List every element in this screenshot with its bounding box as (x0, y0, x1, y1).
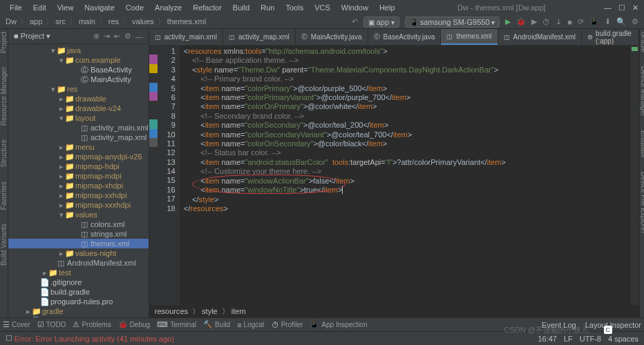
tree-node[interactable]: ◫themes.xml (8, 239, 149, 248)
crumb[interactable]: res (108, 17, 119, 26)
tree-node[interactable]: ◫strings.xml (8, 229, 149, 239)
collapse-icon[interactable]: ⇤ (114, 32, 120, 41)
tree-node[interactable]: ▸📁mipmap-hdpi (8, 161, 149, 171)
breadcrumbs[interactable]: Dw〉app〉src〉main〉res〉values〉themes.xml (6, 17, 207, 27)
code-editor[interactable]: 123456789101112131415161718 <resources x… (149, 46, 639, 305)
settings-icon[interactable]: ⚙ (632, 17, 638, 26)
search-icon[interactable]: 🔍 (616, 17, 626, 26)
tree-node[interactable]: ▾📁values (8, 210, 149, 219)
close-icon[interactable]: ✕ (632, 3, 638, 12)
crumb[interactable]: app (30, 17, 42, 26)
tree-node[interactable]: ▸📁drawable-v24 (8, 103, 149, 113)
stop-icon[interactable]: ■ (567, 18, 572, 26)
avd-icon[interactable]: 📱 (589, 17, 599, 26)
tool-tab[interactable]: Emulator (640, 130, 644, 158)
crumb[interactable]: values (132, 17, 154, 26)
device-select[interactable]: 📱 samsung SM-G9550 ▾ (405, 17, 500, 28)
tree-node[interactable]: ▸📁menu (8, 142, 149, 152)
tree-node[interactable]: ⒸBaseActivity (8, 65, 149, 75)
menu-help[interactable]: Help (375, 2, 399, 13)
tool-tab[interactable]: Device Manager (640, 66, 644, 117)
tool-tab[interactable]: Build Variants (0, 224, 8, 266)
menu-run[interactable]: Run (256, 2, 278, 13)
menu-code[interactable]: Code (122, 2, 148, 13)
tree-node[interactable]: ▸📁mipmap-mdpi (8, 171, 149, 181)
tool-tab-logcat[interactable]: ≡Logcat (237, 321, 264, 329)
expand-icon[interactable]: ⇥ (104, 32, 110, 41)
tool-tab[interactable]: Resource Manager (0, 67, 8, 126)
maximize-icon[interactable]: ☐ (618, 3, 625, 12)
tool-tab[interactable]: Device File Explorer (640, 172, 644, 233)
tree-node[interactable]: 📄proguard-rules.pro (8, 297, 149, 306)
project-view-select[interactable]: ■ Project ▾ (14, 32, 50, 41)
editor-tab[interactable]: ⒸBaseActivity.java (368, 29, 442, 45)
tree-node[interactable]: ▸📁values-night (8, 248, 149, 258)
menu-analyze[interactable]: Analyze (151, 2, 186, 13)
tree-node[interactable]: ▸📁gradle (8, 306, 149, 316)
profile-icon[interactable]: ⏱ (542, 18, 550, 26)
tree-node[interactable]: 📄build.gradle (8, 287, 149, 297)
minimize-icon[interactable]: — (604, 3, 612, 12)
tool-tab-cover[interactable]: ☰Cover (3, 320, 30, 329)
tool-tab[interactable]: Project (0, 32, 8, 53)
tree-node[interactable]: ▾📁layout (8, 113, 149, 123)
status-icon[interactable]: ☐ (6, 334, 12, 343)
run-config-select[interactable]: ▣ app ▾ (363, 17, 399, 28)
tree-node[interactable]: 📄.gitignore (8, 316, 149, 317)
tool-tab[interactable]: Structure (0, 139, 8, 168)
menu-file[interactable]: File (6, 2, 26, 13)
tool-tab[interactable]: Gradle (640, 32, 644, 52)
code-breadcrumbs[interactable]: resources〉 style〉 item (149, 305, 639, 317)
tree-node[interactable]: ▾📁res (8, 84, 149, 94)
coverage-icon[interactable]: ▶ (531, 17, 537, 26)
tree-node[interactable]: ⒸMainActivity (8, 75, 149, 84)
back-icon[interactable]: ↶ (352, 17, 358, 26)
project-tree[interactable]: ▾📁java▾📁com.exampleⒸBaseActivityⒸMainAct… (8, 44, 149, 317)
sdk-icon[interactable]: ⬇ (605, 17, 611, 26)
tree-node[interactable]: ▸📁drawable (8, 94, 149, 103)
tree-node[interactable]: ◫colors.xml (8, 219, 149, 229)
tree-node[interactable]: ▸📁mipmap-anydpi-v26 (8, 152, 149, 161)
menu-refactor[interactable]: Refactor (189, 2, 226, 13)
sync-icon[interactable]: ⟳ (578, 17, 584, 26)
tree-node[interactable]: ▾📁com.example (8, 55, 149, 65)
tool-tab-app inspection[interactable]: 📱App Inspection (310, 320, 367, 329)
tree-node[interactable]: ◫activity_map.xml (8, 132, 149, 142)
hide-icon[interactable]: — (135, 32, 143, 41)
tool-tab-terminal[interactable]: ⌨Terminal (157, 320, 196, 329)
tool-tab-profiler[interactable]: ⏱Profiler (272, 321, 303, 329)
tree-node[interactable]: ▸📁mipmap-xxhdpi (8, 190, 149, 200)
run-icon[interactable]: ▶ (505, 17, 511, 26)
tree-node[interactable]: ▾📁java (8, 46, 149, 55)
select-opened-icon[interactable]: ⊕ (93, 32, 100, 41)
menu-window[interactable]: Window (337, 2, 372, 13)
crumb[interactable]: themes.xml (167, 17, 206, 26)
tree-node[interactable]: ▸📁test (8, 268, 149, 277)
crumb[interactable]: src (55, 17, 66, 26)
tree-node[interactable]: ▸📁mipmap-xxxhdpi (8, 200, 149, 210)
tool-tab-build[interactable]: 🔨Build (203, 320, 230, 329)
tree-node[interactable]: ◫activity_main.xml (8, 123, 149, 132)
tree-node[interactable]: ◫AndroidManifest.xml (8, 258, 149, 268)
attach-icon[interactable]: ⤓ (556, 17, 562, 26)
tool-tab[interactable]: Favorites (0, 181, 8, 210)
tool-tab-debug[interactable]: 🐞Debug (118, 320, 150, 329)
menu-edit[interactable]: Edit (29, 2, 50, 13)
editor-tab[interactable]: ⒸMainActivity.java (296, 29, 368, 45)
editor-tab[interactable]: ◫themes.xml (441, 29, 498, 45)
gear-icon[interactable]: ⚙ (124, 32, 131, 41)
menu-view[interactable]: View (53, 2, 78, 13)
debug-icon[interactable]: 🐞 (516, 17, 526, 26)
source-code[interactable]: <resources xmlns:tools="http://schemas.a… (180, 46, 629, 305)
editor-tab[interactable]: ◫AndroidManifest.xml (498, 29, 583, 45)
menu-tools[interactable]: Tools (281, 2, 307, 13)
menu-build[interactable]: Build (229, 2, 254, 13)
crumb[interactable]: main (79, 17, 95, 26)
tool-tab-todo[interactable]: ☑TODO (37, 320, 66, 329)
menu-vcs[interactable]: VCS (310, 2, 334, 13)
tool-tab-problems[interactable]: ⚠Problems (73, 320, 111, 329)
crumb[interactable]: Dw (6, 17, 17, 26)
tree-node[interactable]: 📄.gitignore (8, 277, 149, 287)
tree-node[interactable]: ▸📁mipmap-xhdpi (8, 181, 149, 190)
menu-navigate[interactable]: Navigate (80, 2, 118, 13)
